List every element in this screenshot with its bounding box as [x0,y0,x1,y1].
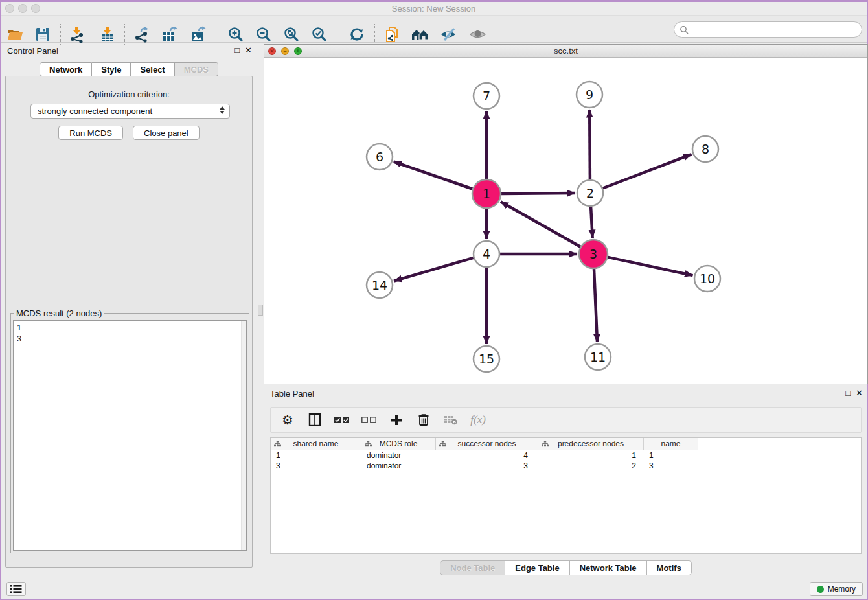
open-session-icon[interactable] [6,25,24,43]
memory-button[interactable]: Memory [810,582,863,596]
graph-node[interactable]: 15 [474,346,499,372]
control-panel-tabs: Network Style Select MCDS [1,62,257,76]
tab-edge-table[interactable]: Edge Table [505,560,569,575]
save-session-icon[interactable] [34,25,52,43]
column-header-name[interactable]: name [644,438,698,450]
graph-edge[interactable] [501,193,575,194]
zoom-out-icon[interactable] [255,25,273,43]
table-row[interactable]: 1 dominator 4 1 1 [271,450,861,461]
cell-predecessor-nodes[interactable]: 1 [538,451,644,460]
cell-name[interactable]: 3 [644,461,698,470]
result-scrollbar[interactable] [241,321,246,550]
control-panel-title: Control Panel [7,46,58,56]
import-table-icon[interactable] [98,25,117,43]
tab-mcds[interactable]: MCDS [175,62,218,76]
tab-network-table[interactable]: Network Table [570,560,647,575]
column-header-successor-nodes[interactable]: successor nodes [436,438,538,450]
delete-columns-icon[interactable] [416,412,431,428]
cell-successor-nodes[interactable]: 4 [436,451,538,460]
close-panel-button[interactable]: Close panel [133,126,200,140]
task-history-button[interactable] [6,582,26,596]
attribute-tree-icon [439,441,446,448]
redraw-graph-icon[interactable] [348,25,366,43]
criterion-dropdown[interactable]: strongly connected component [30,104,230,119]
add-column-icon[interactable] [389,412,404,428]
hide-selected-icon[interactable] [440,25,458,43]
graph-edge[interactable] [394,162,473,189]
search-field[interactable] [674,21,862,38]
graph-edge[interactable] [594,269,597,342]
graph-edge[interactable] [591,207,593,238]
table-panel: Table Panel □ ✕ ⚙ f(x) [264,387,868,579]
graph-node[interactable]: 1 [472,179,501,208]
tab-motifs[interactable]: Motifs [647,560,692,575]
node-table: shared name MCDS role successor nodes pr… [270,437,862,554]
svg-text:6: 6 [376,150,383,164]
optimization-criterion-label: Optimization criterion: [6,89,252,99]
cell-name[interactable]: 1 [644,451,698,460]
mcds-result-textarea[interactable]: 1 3 [13,320,247,551]
graph-node[interactable]: 11 [585,344,611,370]
network-graph[interactable]: 7968124314101511 [264,58,867,384]
graph-node[interactable]: 9 [577,82,602,108]
show-columns-icon[interactable] [307,412,323,428]
cell-mcds-role[interactable]: dominator [361,451,436,460]
network-window-title: scc.txt [264,46,867,56]
export-table-icon[interactable] [161,25,179,43]
tab-style[interactable]: Style [92,62,131,76]
search-input[interactable] [692,25,862,34]
memory-status-icon [817,586,824,593]
cell-shared-name[interactable]: 1 [271,451,361,460]
vertical-splitter-handle[interactable] [258,305,263,316]
toolbar-separator [124,24,125,45]
search-icon [680,25,689,34]
graph-edge[interactable] [589,110,590,179]
mcds-result-group: MCDS result (2 nodes) 1 3 [10,308,249,553]
graph-node[interactable]: 2 [577,180,603,206]
cell-shared-name[interactable]: 3 [271,461,361,470]
unselect-all-columns-icon[interactable] [361,412,377,428]
clone-network-icon[interactable] [383,25,402,43]
table-options-gear-icon[interactable]: ⚙ [280,412,295,428]
toolbar-separator [60,24,61,45]
main-window: Session: New Session [1,2,867,599]
float-table-panel-icon[interactable]: □ [845,388,851,398]
graph-node[interactable]: 8 [692,136,718,162]
first-neighbors-icon[interactable] [411,25,429,43]
zoom-fit-icon[interactable] [282,25,301,43]
export-network-icon[interactable] [133,25,151,43]
graph-edge[interactable] [608,257,693,275]
graph-node[interactable]: 4 [474,241,499,267]
cell-mcds-role[interactable]: dominator [361,461,436,470]
run-mcds-button[interactable]: Run MCDS [58,126,123,140]
svg-text:14: 14 [372,278,387,292]
import-network-icon[interactable] [68,25,86,43]
float-panel-icon[interactable]: □ [234,45,240,55]
show-all-icon[interactable] [469,25,487,43]
column-header-predecessor-nodes[interactable]: predecessor nodes [538,438,644,450]
graph-node[interactable]: 7 [474,83,499,109]
tab-select[interactable]: Select [131,62,174,76]
column-header-shared-name[interactable]: shared name [271,438,361,450]
table-row[interactable]: 3 dominator 3 2 3 [271,461,861,471]
graph-node[interactable]: 10 [694,266,720,292]
graph-node[interactable]: 3 [579,240,608,268]
export-image-icon[interactable] [189,25,207,43]
graph-edge[interactable] [501,202,580,246]
zoom-in-icon[interactable] [227,25,245,43]
cell-predecessor-nodes[interactable]: 2 [538,461,644,470]
graph-node[interactable]: 14 [367,272,393,298]
zoom-selected-icon[interactable] [310,25,328,43]
tab-network[interactable]: Network [40,62,92,76]
graph-node[interactable]: 6 [367,144,393,170]
graph-edge[interactable] [603,154,692,188]
svg-text:9: 9 [586,87,593,102]
column-header-mcds-role[interactable]: MCDS role [361,438,436,450]
select-all-columns-icon[interactable] [334,412,350,428]
graph-edge[interactable] [394,258,474,281]
tab-node-table[interactable]: Node Table [440,560,505,575]
close-panel-icon[interactable]: ✕ [245,45,252,55]
close-table-panel-icon[interactable]: ✕ [856,388,863,398]
network-window-titlebar[interactable]: ✕ – + scc.txt [264,45,867,58]
cell-successor-nodes[interactable]: 3 [436,461,538,470]
